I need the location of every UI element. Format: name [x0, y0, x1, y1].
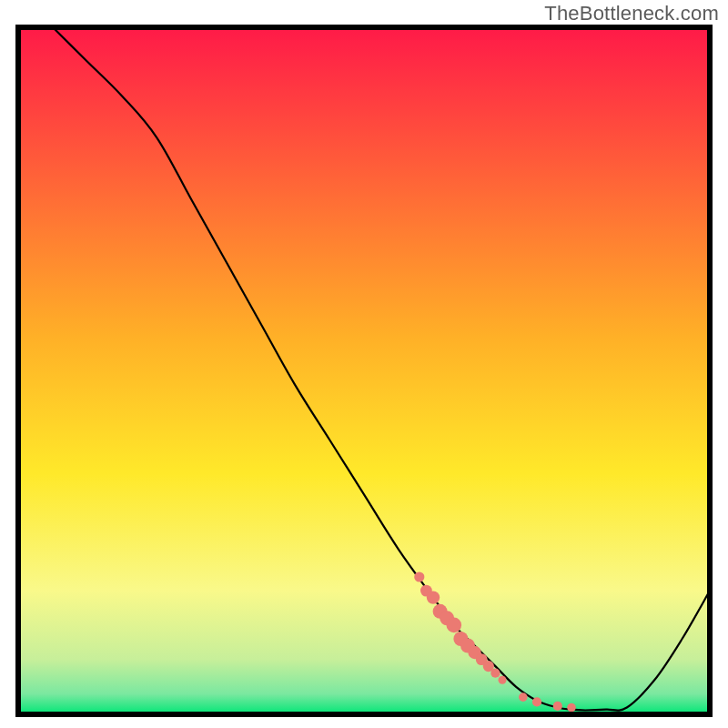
curve-marker [532, 697, 541, 706]
curve-marker [427, 591, 440, 603]
curve-marker [490, 669, 500, 678]
curve-marker [447, 618, 462, 633]
curve-marker [567, 703, 576, 713]
curve-marker [519, 693, 528, 702]
curve-marker [553, 702, 562, 711]
curve-marker [414, 571, 424, 581]
chart-container: TheBottleneck.com [0, 0, 728, 728]
curve-marker [499, 676, 507, 684]
bottleneck-chart [0, 0, 728, 728]
plot-background [18, 27, 710, 714]
